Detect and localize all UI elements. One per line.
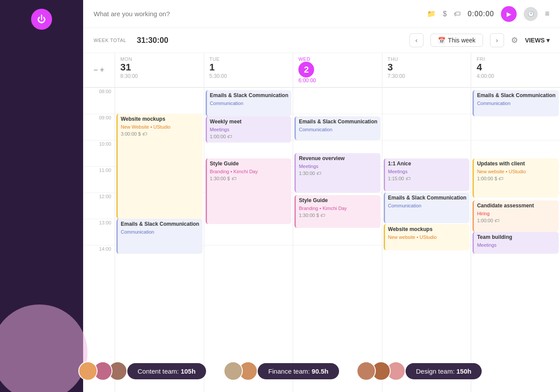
zoom-controls: − + [83,53,115,87]
calendar-event[interactable]: Emails & Slack CommunicationCommunicatio… [384,192,470,223]
hour-line [293,192,382,193]
event-title: Emails & Slack Communication [388,195,467,202]
calendar-event[interactable]: Style GuideBranding • Kimchi Day1:30:00 … [294,195,381,228]
calendar-event[interactable]: Emails & Slack CommunicationCommunicatio… [294,116,381,140]
event-subtitle: Branding • Kimchi Day [210,168,289,175]
hour-line [293,140,382,140]
calendar-event[interactable]: Website mockupsNew website • UStudio [384,224,470,250]
dollar-icon[interactable]: $ [443,10,447,18]
search-input[interactable] [94,10,422,18]
event-subtitle: Branding • Kimchi Day [299,205,378,211]
next-week-button[interactable]: › [490,33,504,47]
event-title: Emails & Slack Communication [121,221,200,228]
this-week-label: This week [448,37,476,44]
calendar-event[interactable]: Style GuideBranding • Kimchi Day1:30:00 … [206,158,292,224]
event-subtitle: Communication [121,229,200,235]
hour-line [293,245,382,245]
calendar-event[interactable]: Emails & Slack CommunicationCommunicatio… [206,90,292,116]
calendar-event[interactable]: Revenue overviewMeetings1:30:00 🏷 [294,153,381,192]
day-col-mon: Website mockupsNew Website • UStudio3:00… [115,88,204,392]
settings-icon[interactable]: ⚙ [511,35,518,45]
event-title: Website mockups [121,116,200,123]
hour-line [204,88,293,88]
hour-line [293,114,382,114]
hour-line [382,88,471,88]
event-title: Website mockups [388,226,467,233]
folder-icon[interactable]: 📁 [427,10,436,18]
event-subtitle: Communication [299,126,378,133]
calendar-event[interactable]: Weekly meetMeetings1:00:00 🏷 [206,116,292,143]
calendar-event[interactable]: Emails & Slack CommunicationCommunicatio… [116,219,203,254]
calendar-event[interactable]: Website mockupsNew Website • UStudio3:00… [116,114,203,219]
day-col-thu: 1:1 AniceMeetings1:15:00 🏷Emails & Slack… [382,88,471,392]
calendar-event[interactable]: Updates with clientNew website • UStudio… [472,158,559,198]
event-time: 1:00:00 $ 🏷 [477,176,556,181]
day-col-wed: Emails & Slack CommunicationCommunicatio… [293,88,382,392]
logo-icon[interactable]: ⏻ [31,9,52,30]
main-content: 📁 $ 🏷 0:00:00 ▶ 🕐 ≡ WEEK TOTAL 31:30:00 … [83,0,560,392]
event-subtitle: Communication [388,203,467,209]
week-total-label: WEEK TOTAL [94,38,126,43]
event-title: Weekly meet [210,119,289,126]
event-time: 1:00:00 🏷 [210,134,289,139]
week-total-value: 31:30:00 [137,36,168,45]
event-meta: 3:00:00 $ 🏷 [121,131,200,136]
hour-line [471,88,560,88]
zoom-out-button[interactable]: − [93,66,98,75]
team-card: Finance team: 90.5h [224,361,339,381]
time-label: 13:00 [83,219,115,245]
hamburger-icon[interactable]: ≡ [545,9,550,18]
this-week-button[interactable]: 📅 This week [430,34,483,47]
event-meta: 1:30:00 $ 🏷 [210,176,289,181]
event-title: Updates with client [477,161,556,168]
tag-icon[interactable]: 🏷 [454,10,461,18]
day-header-row: − + MON 31 8:30:00 TUE 1 5:30:00 WED 2 6… [83,53,560,88]
avatar [78,361,98,381]
views-button[interactable]: VIEWS ▾ [525,37,550,44]
day-col-fri: Emails & Slack CommunicationCommunicatio… [471,88,560,392]
event-title: 1:1 Anice [388,161,467,168]
team-avatars [357,361,406,381]
calendar-header: WEEK TOTAL 31:30:00 ‹ 📅 This week › ⚙ VI… [83,28,560,53]
day-header-fri: FRI 4 4:00:00 [471,53,560,87]
bottom-bar: Content team: 105hFinance team: 90.5hDes… [0,350,560,392]
event-subtitle: Communication [210,100,289,106]
time-label: 12:00 [83,192,115,219]
day-header-thu: THU 3 7:30:00 [382,53,471,87]
views-label: VIEWS [525,37,545,44]
event-subtitle: Hiring [477,210,556,217]
calendar-event[interactable]: Candidate assessmentHiring1:00:00 🏷 [472,200,559,232]
topbar: 📁 $ 🏷 0:00:00 ▶ 🕐 ≡ [83,0,560,28]
play-button[interactable]: ▶ [501,6,517,22]
event-time: 1:15:00 🏷 [388,176,467,181]
time-label: 14:00 [83,245,115,271]
event-title: Emails & Slack Communication [477,92,556,99]
event-subtitle: Meetings [299,163,378,169]
day-header-wed: WED 2 6:00:00 [293,53,382,87]
event-title: Style Guide [210,161,289,168]
team-avatars [224,361,258,381]
hour-line [471,140,560,140]
team-label: Finance team: 90.5h [258,363,339,379]
calendar-icon: 📅 [438,37,445,44]
prev-week-button[interactable]: ‹ [410,33,424,47]
calendar-grid: 08:0009:0010:0011:0012:0013:0014:00 Webs… [83,88,560,392]
calendar-event[interactable]: Team buildingMeetings [472,232,559,254]
user-avatar[interactable]: 🕐 [524,7,538,21]
hour-line [293,88,382,88]
day-headers: MON 31 8:30:00 TUE 1 5:30:00 WED 2 6:00:… [115,53,560,87]
calendar-event[interactable]: Emails & Slack CommunicationCommunicatio… [472,90,559,116]
event-time: 1:30:00 $ 🏷 [299,213,378,218]
event-subtitle: New website • UStudio [477,168,556,175]
day-header-mon: MON 31 8:30:00 [115,53,204,87]
team-label: Content team: 105h [127,363,206,379]
event-subtitle: New website • UStudio [388,234,467,240]
time-label: 08:00 [83,88,115,114]
calendar-event[interactable]: 1:1 AniceMeetings1:15:00 🏷 [384,158,470,191]
avatar [224,361,243,381]
hour-line [204,245,293,245]
timer-display: 0:00:00 [468,10,494,18]
time-column: 08:0009:0010:0011:0012:0013:0014:00 [83,88,115,392]
hour-line [382,140,471,140]
zoom-in-button[interactable]: + [100,66,105,75]
